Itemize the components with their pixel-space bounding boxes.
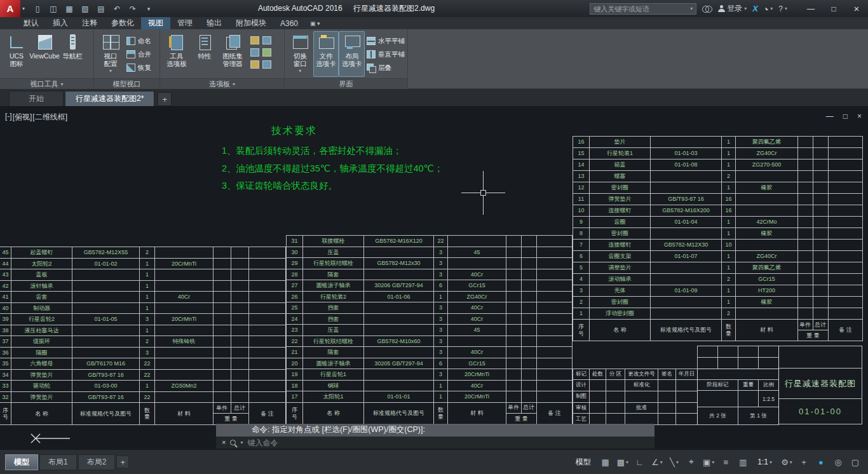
viewport-view-control[interactable]: [俯视] bbox=[13, 112, 32, 123]
viewport-visual-style-control[interactable]: [二维线框] bbox=[32, 112, 67, 123]
tile-horizontally-button[interactable]: 水平平铺 bbox=[367, 36, 405, 46]
help-search-input[interactable] bbox=[593, 5, 690, 13]
tile-vertically-button[interactable]: 垂直平铺 bbox=[367, 49, 405, 60]
help-search-box[interactable]: ▾ bbox=[590, 3, 696, 15]
help-icon[interactable]: ? ▾ bbox=[778, 4, 787, 13]
ribbon-tab-1[interactable]: 插入 bbox=[46, 17, 75, 29]
viewport-restore-icon[interactable]: □ bbox=[843, 112, 848, 121]
ribbon-tab-0[interactable]: 默认 bbox=[17, 17, 46, 29]
bom-cell bbox=[813, 148, 829, 159]
hardware-acceleration-icon[interactable]: ● bbox=[813, 455, 829, 469]
panel-label-viewport-tools[interactable]: 视口工具▾ bbox=[0, 78, 93, 89]
command-search-icon[interactable] bbox=[230, 440, 236, 445]
tool-palettes-button[interactable]: 工具 选项板 bbox=[163, 31, 191, 77]
polar-tracking-icon[interactable]: ∠▾ bbox=[649, 455, 665, 469]
switch-windows-button[interactable]: 切换 窗口 ▾ bbox=[287, 31, 313, 77]
ribbon-tab-4[interactable]: 视图 bbox=[141, 17, 170, 29]
search-binoculars-icon[interactable] bbox=[702, 6, 712, 12]
ribbon-tab-5[interactable]: 管理 bbox=[170, 17, 200, 29]
search-dropdown-icon[interactable]: ▾ bbox=[690, 6, 693, 11]
clean-screen-icon[interactable]: ▢ bbox=[848, 455, 863, 469]
ribbon: UCS 图标 ViewCube 导航栏 视口工具▾ 视口 配置 ▾ bbox=[0, 29, 868, 89]
bom-cell bbox=[537, 381, 573, 392]
palette-grid-icon-2[interactable] bbox=[262, 36, 271, 44]
viewport-configuration-button[interactable]: 视口 配置 ▾ bbox=[97, 31, 125, 77]
bom-cell: 23 bbox=[287, 325, 303, 336]
qat-customize-icon[interactable]: ▾ bbox=[142, 3, 156, 15]
ortho-mode-icon[interactable]: ∟ bbox=[632, 455, 648, 469]
ribbon-tab-6[interactable]: 输出 bbox=[200, 17, 229, 29]
layout-tab-0[interactable]: 模型 bbox=[5, 454, 38, 470]
save-icon[interactable]: ▦ bbox=[62, 3, 76, 15]
layout-tab-2[interactable]: 布局2 bbox=[78, 454, 116, 470]
file-tab-start[interactable]: 开始 bbox=[9, 91, 64, 106]
open-file-icon[interactable]: ◫ bbox=[46, 3, 60, 15]
lineweight-icon[interactable]: ≡ bbox=[718, 455, 733, 469]
object-snap-tracking-icon[interactable]: ⌖ bbox=[684, 455, 699, 469]
palette-grid-icon-3[interactable] bbox=[250, 48, 259, 57]
properties-palette-button[interactable]: 特性 bbox=[191, 31, 219, 77]
undo-icon[interactable]: ↶ bbox=[110, 3, 124, 15]
grid-display-icon[interactable]: ▦ bbox=[598, 455, 613, 469]
palette-grid-icon-1[interactable] bbox=[250, 36, 259, 44]
exchange-apps-icon[interactable]: X bbox=[752, 4, 758, 13]
file-tab-drawing[interactable]: 行星减速器装配图2* bbox=[65, 91, 154, 106]
named-viewports-button[interactable]: 命名 bbox=[126, 36, 151, 46]
panel-label-palettes[interactable]: 选项板▾ bbox=[160, 78, 284, 89]
ribbon-tab-8[interactable]: A360 bbox=[273, 17, 305, 29]
communication-center-icon[interactable]: ◖ ▾ bbox=[764, 4, 773, 13]
close-button[interactable]: × bbox=[845, 0, 868, 17]
drawing-canvas[interactable]: [-] [俯视] [二维线框] — □ × 技术要求 1、装配后须转动灵活，各密… bbox=[0, 107, 868, 449]
restore-viewports-button[interactable]: 恢复 bbox=[126, 62, 151, 73]
redo-icon[interactable]: ↷ bbox=[126, 3, 140, 15]
ribbon-tab-7[interactable]: 附加模块 bbox=[229, 17, 273, 29]
viewcube-button[interactable]: ViewCube bbox=[31, 31, 58, 77]
new-layout-button[interactable]: + bbox=[116, 456, 129, 468]
palette-grid-icon-5[interactable] bbox=[250, 60, 259, 69]
plot-icon[interactable]: ▤ bbox=[94, 3, 108, 15]
selection-cycling-icon[interactable]: ▥ bbox=[735, 455, 750, 469]
minimize-button[interactable]: — bbox=[799, 0, 822, 17]
panel-label-model-viewports[interactable]: 模型视口 bbox=[94, 78, 159, 89]
palette-grid-icon-6[interactable] bbox=[262, 60, 271, 69]
ribbon-display-toggle[interactable]: ▣ ▾ bbox=[310, 17, 320, 29]
sheet-set-manager-button[interactable]: 图纸集 管理器 bbox=[219, 31, 247, 77]
command-close-icon[interactable]: × bbox=[222, 439, 226, 446]
command-history-line[interactable]: 命令: 指定对角点或 [栏选(F)/圈围(WP)/圈交(CP)]: bbox=[216, 424, 654, 436]
palette-grid-icon-4[interactable] bbox=[262, 48, 271, 57]
command-recent-dropdown-icon[interactable]: ▾ bbox=[240, 440, 243, 445]
annotation-monitor-icon[interactable]: + bbox=[796, 455, 811, 469]
workspace-switching-icon[interactable]: ⚙▾ bbox=[779, 455, 794, 469]
command-input[interactable] bbox=[247, 438, 649, 447]
isolate-objects-icon[interactable]: ◎ bbox=[831, 455, 846, 469]
bom-cell: 42CrMo bbox=[736, 217, 798, 228]
file-tabs-toggle-button[interactable]: 文件 选项卡 bbox=[313, 31, 339, 77]
snap-mode-icon[interactable]: ▩▾ bbox=[615, 455, 630, 469]
viewport-minimize-icon[interactable]: — bbox=[826, 112, 834, 121]
viewport-close-icon[interactable]: × bbox=[857, 112, 862, 121]
bom-cell: GB5782-M12X55 bbox=[72, 247, 140, 259]
layout-tab-1[interactable]: 布局1 bbox=[39, 454, 77, 470]
save-as-icon[interactable]: ▧ bbox=[78, 3, 92, 15]
join-viewports-button[interactable]: 合并 bbox=[126, 49, 151, 60]
bom-cell: 6 bbox=[434, 358, 448, 370]
bom-cell bbox=[214, 348, 231, 359]
ucs-icon-button[interactable]: UCS 图标 bbox=[3, 31, 31, 77]
panel-label-interface[interactable]: 界面 bbox=[285, 78, 407, 89]
autocad-logo-icon[interactable]: A bbox=[0, 0, 20, 17]
application-menu-arrow-icon[interactable]: ▾ bbox=[20, 6, 27, 11]
navigation-bar-button[interactable]: 导航栏 bbox=[58, 31, 86, 77]
object-snap-icon[interactable]: ▣▾ bbox=[701, 455, 716, 469]
ribbon-tab-2[interactable]: 注释 bbox=[75, 17, 104, 29]
restore-button[interactable]: □ bbox=[822, 0, 845, 17]
viewport-controls-menu[interactable]: [-] bbox=[5, 112, 12, 123]
layout-tabs-toggle-button[interactable]: 布局 选项卡 bbox=[339, 31, 365, 77]
new-file-icon[interactable]: ▯ bbox=[31, 3, 44, 15]
new-drawing-tab-button[interactable]: + bbox=[158, 92, 172, 106]
cascade-button[interactable]: 层叠 bbox=[367, 62, 405, 73]
isometric-drafting-icon[interactable]: ╲▾ bbox=[667, 455, 682, 469]
ribbon-tab-3[interactable]: 参数化 bbox=[104, 17, 141, 29]
annotation-scale-button[interactable]: 1:1▾ bbox=[752, 455, 777, 469]
sign-in-button[interactable]: 登录 ▾ bbox=[718, 3, 747, 14]
model-space-button[interactable]: 模型 bbox=[571, 455, 596, 469]
